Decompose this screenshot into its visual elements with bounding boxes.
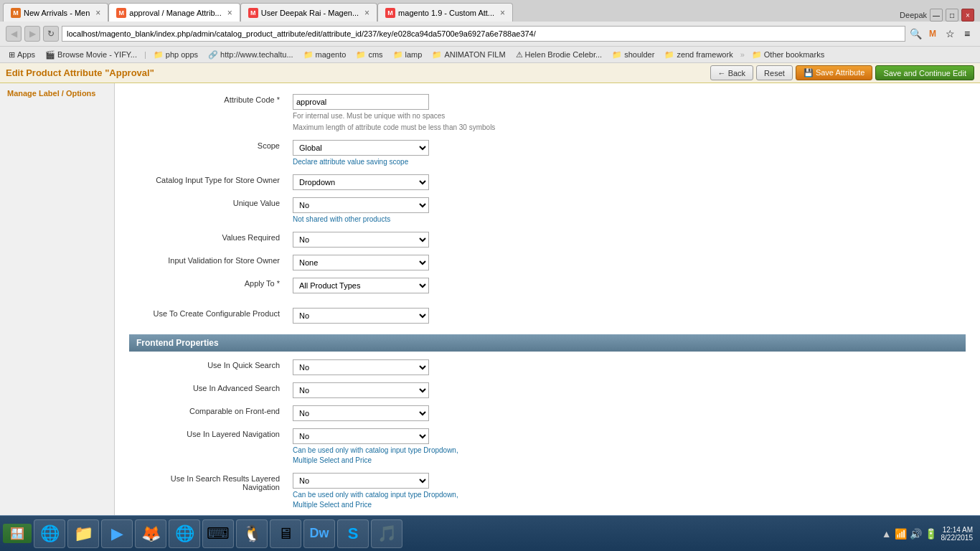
bookmark-label: Helen Brodie Celebr... <box>525 50 603 59</box>
bookmark-lamp[interactable]: 📁 lamp <box>389 49 427 61</box>
separator: » <box>740 50 745 59</box>
scope-hint: Declare attribute value saving scope <box>293 157 960 167</box>
tab-close[interactable]: × <box>364 8 369 18</box>
label-values-required: Values Required <box>129 228 287 251</box>
row-apply-to: Apply To * All Product Types Simple Prod… <box>129 274 966 297</box>
bookmark-animation[interactable]: 📁 ANIMATON FILM <box>428 49 509 61</box>
input-cell-scope: Global Website Store Declare attribute v… <box>287 136 966 171</box>
minimize-btn[interactable]: — <box>930 9 943 22</box>
tab-close[interactable]: × <box>500 8 505 18</box>
back-btn[interactable]: ◀ <box>6 26 22 42</box>
refresh-btn[interactable]: ↻ <box>43 26 59 42</box>
folder-icon: 📁 <box>393 50 403 60</box>
tab-favicon: M <box>248 8 258 18</box>
tab-user-name: Deepak <box>900 11 927 19</box>
bookmark-techaltu[interactable]: 🔗 http://www.techaltu... <box>204 49 298 61</box>
reset-button[interactable]: Reset <box>756 65 793 80</box>
bookmark-label: shoulder <box>624 50 654 59</box>
properties-form: Attribute Code * For internal use. Must … <box>129 90 966 327</box>
menu-icon[interactable]: ≡ <box>960 27 974 41</box>
bookmark-label: zend framework <box>677 50 732 59</box>
bookmark-other[interactable]: 📁 Other bookmarks <box>748 49 829 61</box>
bookmark-php[interactable]: 📁 php opps <box>149 49 202 61</box>
unique-value-hint: Not shared with other products <box>293 215 960 225</box>
bookmark-shoulder[interactable]: 📁 shoulder <box>608 49 659 61</box>
label-layered-nav: Use In Layered Navigation <box>129 425 287 469</box>
use-configurable-select[interactable]: No Yes <box>293 308 429 324</box>
catalog-input-type-select[interactable]: Dropdown Text Field Text Area <box>293 174 429 190</box>
label-advanced-search: Use In Advanced Search <box>129 379 287 402</box>
frontend-form: Use In Quick Search No Yes Use In Advanc… <box>129 356 966 515</box>
tab-new-arrivals[interactable]: M New Arrivals - Men × <box>3 3 108 22</box>
bookmark-helen[interactable]: ⚠ Helen Brodie Celebr... <box>512 49 607 61</box>
save-continue-button[interactable]: Save and Continue Edit <box>875 65 974 80</box>
bookmark-label: magento <box>316 50 347 59</box>
tab-close[interactable]: × <box>227 8 232 18</box>
bookmark-cms[interactable]: 📁 cms <box>352 49 387 61</box>
input-cell-layered-nav: No Yes Filterable (with results) Filtera… <box>287 425 966 469</box>
row-catalog-input-type: Catalog Input Type for Store Owner Dropd… <box>129 171 966 194</box>
label-attribute-code: Attribute Code * <box>129 90 287 136</box>
row-quick-search: Use In Quick Search No Yes <box>129 356 966 379</box>
search-results-nav-select[interactable]: No Yes <box>293 473 429 489</box>
browser-chrome: M New Arrivals - Men × M approval / Mana… <box>0 0 980 63</box>
comparable-select[interactable]: No Yes <box>293 405 429 421</box>
values-required-select[interactable]: No Yes <box>293 232 429 248</box>
row-layered-nav: Use In Layered Navigation No Yes Filtera… <box>129 425 966 469</box>
tab-close[interactable]: × <box>95 8 100 18</box>
input-validation-select[interactable]: None Decimal Number Integer Number <box>293 255 429 270</box>
bookmark-zend[interactable]: 📁 zend framework <box>660 49 737 61</box>
folder-icon: 📁 <box>612 50 622 60</box>
sidebar-item-label: Manage Label / Options <box>7 89 95 98</box>
folder-icon: 📁 <box>664 50 674 60</box>
content-area: Attribute Code * For internal use. Must … <box>115 83 980 515</box>
bookmark-apps[interactable]: ⊞ Apps <box>4 49 39 61</box>
row-unique-value: Unique Value No Yes Not shared with othe… <box>129 194 966 228</box>
input-cell-values-required: No Yes <box>287 228 966 251</box>
save-attribute-button[interactable]: 💾 Save Attribute <box>796 65 873 80</box>
tab-magento19[interactable]: M magento 1.9 - Custom Att... × <box>377 3 513 22</box>
quick-search-select[interactable]: No Yes <box>293 359 429 375</box>
browser-icons: 🔍 M ☆ ≡ <box>908 27 974 41</box>
address-bar[interactable] <box>62 26 905 42</box>
tab-label: User Deepak Rai - Magen... <box>261 9 359 17</box>
forward-btn[interactable]: ▶ <box>24 26 40 42</box>
bookmark-label: Other bookmarks <box>764 50 824 59</box>
star-icon[interactable]: ☆ <box>943 27 957 41</box>
sidebar-item-manage-label[interactable]: Manage Label / Options <box>0 86 114 100</box>
unique-value-select[interactable]: No Yes <box>293 197 429 213</box>
layered-nav-select[interactable]: No Yes Filterable (with results) Filtera… <box>293 428 429 444</box>
row-scope: Scope Global Website Store Declare attri… <box>129 136 966 171</box>
sidebar: Manage Label / Options <box>0 83 115 515</box>
folder-icon: 📁 <box>752 50 762 60</box>
input-cell-input-validation: None Decimal Number Integer Number <box>287 251 966 274</box>
label-input-validation: Input Validation for Store Owner <box>129 251 287 274</box>
input-cell-apply-to: All Product Types Simple Product <box>287 274 966 297</box>
row-use-configurable: Use To Create Configurable Product No Ye… <box>129 304 966 327</box>
bookmark-browse-movie[interactable]: 🎬 Browse Movie - YIFY... <box>41 49 141 61</box>
bookmark-icon: 🎬 <box>45 50 55 60</box>
tab-approval[interactable]: M approval / Manage Attrib... × <box>108 3 240 22</box>
apply-to-select[interactable]: All Product Types Simple Product <box>293 278 429 293</box>
search-results-nav-hint: Can be used only with catalog input type… <box>293 490 960 510</box>
separator: | <box>144 50 146 59</box>
row-spacer <box>129 297 966 304</box>
row-search-results-nav: Use In Search Results Layered Navigation… <box>129 469 966 514</box>
attribute-code-input[interactable] <box>293 94 429 110</box>
bookmark-label: lamp <box>405 50 423 59</box>
folder-icon: 📁 <box>356 50 366 60</box>
scope-select[interactable]: Global Website Store <box>293 140 429 156</box>
bookmark-label: php opps <box>166 50 198 59</box>
tab-user[interactable]: M User Deepak Rai - Magen... × <box>240 3 377 22</box>
close-btn[interactable]: × <box>961 9 974 22</box>
label-unique-value: Unique Value <box>129 194 287 228</box>
label-apply-to: Apply To * <box>129 274 287 297</box>
maximize-btn[interactable]: □ <box>946 9 958 22</box>
bookmark-magento[interactable]: 📁 magento <box>299 49 351 61</box>
label-search-results-nav: Use In Search Results Layered Navigation <box>129 469 287 514</box>
back-button[interactable]: ← Back <box>710 65 754 80</box>
page-header: Edit Product Attribute "Approval" ← Back… <box>0 63 980 83</box>
search-icon[interactable]: 🔍 <box>908 27 923 41</box>
bookmark-label: cms <box>368 50 382 59</box>
advanced-search-select[interactable]: No Yes <box>293 382 429 398</box>
